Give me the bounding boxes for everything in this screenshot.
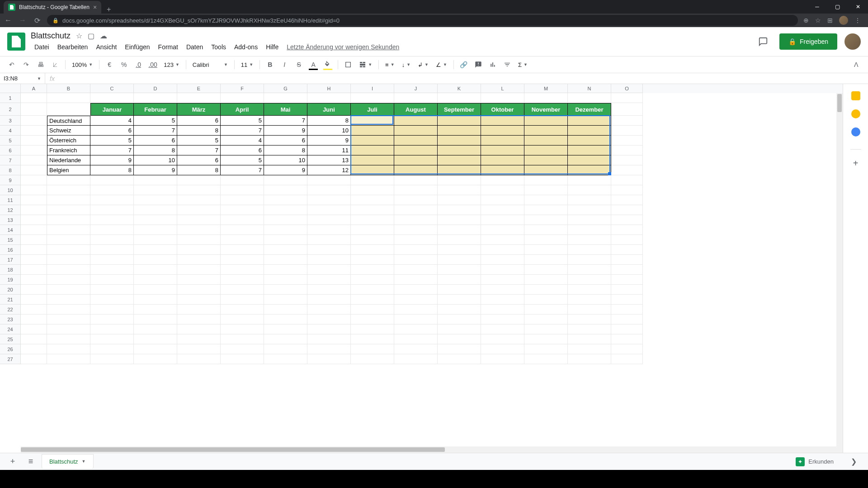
cell[interactable] [90, 275, 134, 285]
cell[interactable] [21, 344, 47, 354]
cell[interactable] [438, 255, 481, 265]
last-edit-text[interactable]: Letzte Änderung vor wenigen Sekunden [283, 42, 403, 52]
cell[interactable] [438, 215, 481, 225]
cell[interactable] [21, 275, 47, 285]
cell[interactable] [568, 235, 611, 245]
cell[interactable] [568, 136, 611, 145]
cell[interactable] [394, 324, 438, 334]
column-header[interactable]: I [351, 84, 394, 93]
cell[interactable] [481, 235, 524, 245]
cell[interactable] [611, 215, 643, 225]
cell[interactable]: 8 [177, 165, 221, 175]
cell[interactable] [481, 344, 524, 354]
cell[interactable] [264, 265, 307, 275]
column-header[interactable]: O [611, 84, 643, 93]
cell[interactable] [394, 334, 438, 344]
cell[interactable] [90, 185, 134, 195]
cell[interactable] [221, 245, 264, 255]
cell[interactable] [47, 215, 90, 225]
zoom-select[interactable]: 100%▼ [69, 61, 95, 68]
cell[interactable] [611, 324, 643, 334]
cell[interactable] [21, 225, 47, 235]
cell[interactable] [47, 205, 90, 215]
cell[interactable] [90, 225, 134, 235]
cell[interactable] [481, 126, 524, 136]
cell[interactable] [134, 344, 177, 354]
cell[interactable]: 11 [307, 145, 351, 155]
cell[interactable] [524, 324, 568, 334]
cell[interactable] [351, 334, 394, 344]
column-header[interactable]: G [264, 84, 307, 93]
cell[interactable] [134, 235, 177, 245]
cell[interactable]: Dezember [568, 103, 611, 116]
cell[interactable] [21, 324, 47, 334]
currency-button[interactable]: € [103, 58, 116, 71]
cell[interactable] [438, 235, 481, 245]
select-all-corner[interactable] [0, 84, 21, 93]
cell[interactable]: 6 [90, 126, 134, 136]
cell[interactable] [307, 215, 351, 225]
cell[interactable] [611, 265, 643, 275]
add-sheet-button[interactable]: + [5, 455, 20, 469]
cell[interactable] [221, 205, 264, 215]
cell[interactable] [438, 285, 481, 295]
new-tab-button[interactable]: + [101, 5, 116, 14]
cell[interactable] [438, 93, 481, 103]
cell[interactable] [177, 215, 221, 225]
cell[interactable] [21, 314, 47, 324]
cell[interactable]: Niederlande [47, 155, 90, 165]
cell[interactable] [351, 165, 394, 175]
cell[interactable] [438, 295, 481, 305]
cell[interactable] [307, 314, 351, 324]
cell[interactable] [264, 215, 307, 225]
row-header[interactable]: 5 [0, 136, 21, 145]
cell[interactable] [351, 305, 394, 314]
cell[interactable] [47, 225, 90, 235]
cell[interactable] [134, 285, 177, 295]
cell[interactable] [47, 314, 90, 324]
row-header[interactable]: 14 [0, 225, 21, 235]
cell[interactable] [394, 185, 438, 195]
cell[interactable] [134, 305, 177, 314]
cell[interactable] [568, 205, 611, 215]
cell[interactable] [47, 195, 90, 205]
cell[interactable] [524, 265, 568, 275]
cell[interactable] [568, 314, 611, 324]
cell[interactable] [438, 195, 481, 205]
cell[interactable] [351, 136, 394, 145]
cell[interactable] [524, 205, 568, 215]
cell[interactable] [524, 145, 568, 155]
cell[interactable] [177, 185, 221, 195]
cell[interactable] [21, 334, 47, 344]
cell[interactable] [438, 205, 481, 215]
menu-hilfe[interactable]: Hilfe [262, 42, 282, 52]
cell[interactable]: 4 [90, 116, 134, 126]
column-header[interactable]: D [134, 84, 177, 93]
cell[interactable] [264, 93, 307, 103]
row-header[interactable]: 15 [0, 235, 21, 245]
link-button[interactable]: 🔗 [458, 58, 470, 71]
cell[interactable]: 6 [134, 136, 177, 145]
collapse-toolbar-button[interactable]: ᐱ [850, 58, 863, 71]
cell[interactable] [90, 324, 134, 334]
row-header[interactable]: 17 [0, 255, 21, 265]
cell[interactable] [394, 195, 438, 205]
cell[interactable] [264, 354, 307, 364]
row-header[interactable]: 24 [0, 324, 21, 334]
cell[interactable]: 10 [264, 155, 307, 165]
strikethrough-button[interactable]: S [292, 58, 305, 71]
row-header[interactable]: 9 [0, 175, 21, 185]
cell[interactable] [21, 255, 47, 265]
cell[interactable] [611, 344, 643, 354]
cell[interactable] [21, 126, 47, 136]
cell[interactable] [221, 195, 264, 205]
cell[interactable] [481, 265, 524, 275]
decrease-decimals-button[interactable]: .0 [132, 58, 145, 71]
window-minimize-button[interactable]: ─ [807, 0, 827, 14]
row-header[interactable]: 6 [0, 145, 21, 155]
cell[interactable] [394, 255, 438, 265]
cell[interactable] [611, 334, 643, 344]
cell[interactable] [394, 136, 438, 145]
cell[interactable] [47, 255, 90, 265]
reload-button[interactable]: ⟳ [33, 16, 42, 25]
